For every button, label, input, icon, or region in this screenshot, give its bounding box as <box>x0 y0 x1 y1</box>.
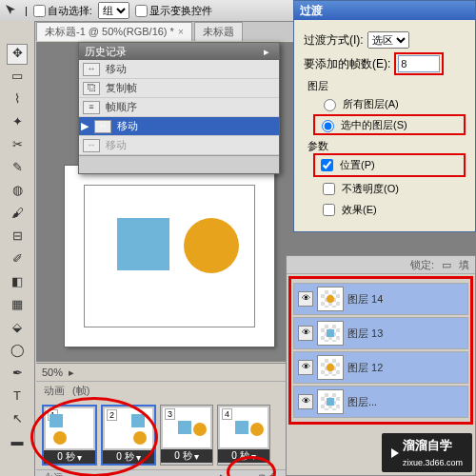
method-label: 过渡方式(I): <box>304 32 364 49</box>
visibility-icon[interactable]: 👁 <box>298 360 313 375</box>
pen-tool[interactable]: ✒ <box>7 364 28 385</box>
blue-square-shape <box>117 218 169 270</box>
frame-1[interactable]: 10 秒▾ <box>42 405 97 466</box>
position-checkbox[interactable]: 位置(P) <box>317 156 462 174</box>
healing-tool[interactable]: ◍ <box>7 181 28 202</box>
opacity-checkbox[interactable]: 不透明度(O) <box>319 180 466 198</box>
move-icon: ↔ <box>83 139 100 152</box>
brush-tool[interactable]: 🖌 <box>7 204 28 225</box>
frame-2[interactable]: 20 秒▾ <box>101 405 156 466</box>
visibility-icon[interactable]: 👁 <box>298 394 313 409</box>
params-group-label: 参数 <box>307 139 466 153</box>
history-item[interactable]: ▶↔移动 <box>79 117 279 136</box>
move-tool-icon <box>4 3 19 18</box>
orange-circle-shape <box>184 218 239 273</box>
stamp-tool[interactable]: ⊟ <box>7 227 28 248</box>
blur-tool[interactable]: ⬙ <box>7 318 28 339</box>
move-icon: ↔ <box>94 120 111 133</box>
effects-checkbox[interactable]: 效果(E) <box>319 201 466 219</box>
frame-3[interactable]: 30 秒▾ <box>160 405 213 466</box>
zoom-value[interactable]: 50% <box>42 367 63 378</box>
crop-tool[interactable]: ✂ <box>7 135 28 156</box>
history-footer <box>79 155 279 173</box>
selected-layers-radio[interactable]: 选中的图层(S) <box>317 117 462 132</box>
canvas[interactable] <box>65 166 274 347</box>
all-layers-radio[interactable]: 所有图层(A) <box>319 96 466 111</box>
frame-4[interactable]: 40 秒▾ <box>217 405 270 466</box>
layer-row[interactable]: 👁图层 14 <box>293 283 468 315</box>
visibility-icon[interactable]: 👁 <box>298 326 313 341</box>
marquee-tool[interactable]: ▭ <box>7 67 28 88</box>
layer-row[interactable]: 👁图层 13 <box>293 317 468 349</box>
frames-label: 要添加的帧数(E): <box>304 56 390 72</box>
order-icon: ≡ <box>83 101 100 114</box>
dodge-tool[interactable]: ◯ <box>7 341 28 362</box>
document-tab[interactable]: 未标题 <box>194 22 243 41</box>
loop-dropdown[interactable]: 永远 <box>44 471 63 476</box>
chevron-down-icon[interactable]: ▾ <box>77 452 82 463</box>
watermark: 溜溜自学zixue.3d66.com <box>382 433 472 472</box>
layers-group-label: 图层 <box>307 79 466 93</box>
lock-label: 锁定: <box>410 258 434 272</box>
history-item[interactable]: ↔移动 <box>79 60 279 79</box>
panel-menu-icon[interactable]: ▸ <box>260 46 273 58</box>
auto-select-checkbox[interactable]: 自动选择: <box>33 4 92 18</box>
history-item[interactable]: ≡帧顺序 <box>79 98 279 117</box>
close-icon[interactable]: × <box>178 27 184 37</box>
chevron-right-icon[interactable]: ▸ <box>69 367 74 379</box>
layer-row[interactable]: 👁图层 12 <box>293 351 468 384</box>
visibility-icon[interactable]: 👁 <box>298 291 313 307</box>
wand-tool[interactable]: ✦ <box>7 112 28 133</box>
duplicate-icon: ⿻ <box>83 82 100 95</box>
path-tool[interactable]: ↖ <box>7 409 28 430</box>
transition-dialog: 过渡 过渡方式(I): 选区 要添加的帧数(E): 图层 所有图层(A) 选中的… <box>293 0 476 232</box>
dialog-title: 过渡 <box>294 1 475 20</box>
history-panel: 历史记录▸ ↔移动 ⿻复制帧 ≡帧顺序 ▶↔移动 ↔移动 <box>78 42 280 174</box>
frames-input[interactable] <box>398 55 440 72</box>
document-tab[interactable]: 未标题-1 @ 50%(RGB/16) *× <box>36 22 192 41</box>
auto-select-dropdown[interactable]: 组 <box>98 2 129 19</box>
show-transform-checkbox[interactable]: 显示变换控件 <box>135 4 212 18</box>
move-icon: ↔ <box>83 63 100 76</box>
method-dropdown[interactable]: 选区 <box>367 31 409 49</box>
tab-animation[interactable]: 动画 <box>44 384 65 399</box>
gradient-tool[interactable]: ▦ <box>7 295 28 316</box>
lasso-tool[interactable]: ⌇ <box>7 89 28 110</box>
eyedropper-tool[interactable]: ✎ <box>7 158 28 179</box>
type-tool[interactable]: T <box>7 387 28 407</box>
fill-label: 填 <box>459 258 469 272</box>
history-item[interactable]: ↔移动 <box>79 136 279 155</box>
shape-tool[interactable]: ▬ <box>7 432 28 453</box>
play-icon <box>391 448 399 458</box>
history-brush-tool[interactable]: ✐ <box>7 249 28 270</box>
panel-title: 历史记录 <box>85 45 127 59</box>
toolbox: ✥ ▭ ⌇ ✦ ✂ ✎ ◍ 🖌 ⊟ ✐ ◧ ▦ ⬙ ◯ ✒ T ↖ ▬ <box>0 21 35 476</box>
divider: | <box>25 5 28 16</box>
tab-frames[interactable]: (帧) <box>72 384 89 399</box>
history-item[interactable]: ⿻复制帧 <box>79 79 279 98</box>
eraser-tool[interactable]: ◧ <box>7 272 28 293</box>
move-tool[interactable]: ✥ <box>7 44 28 65</box>
layer-row[interactable]: 👁图层... <box>293 386 468 418</box>
timeline-panel: 50%▸ 动画(帧) 10 秒▾ 20 秒▾ 30 秒▾ 40 秒▾ 永远▾◂◂… <box>36 363 286 476</box>
